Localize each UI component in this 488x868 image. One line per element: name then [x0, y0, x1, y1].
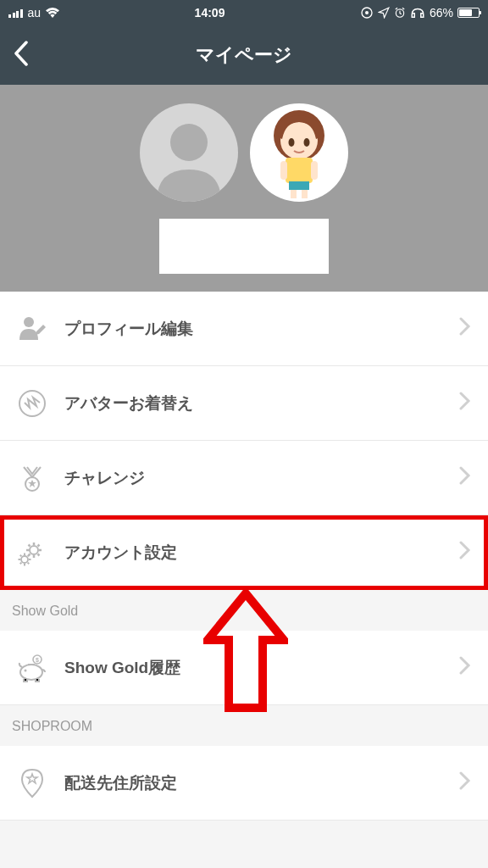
chevron-right-icon [459, 539, 471, 565]
menu-account-settings[interactable]: アカウント設定 [0, 515, 488, 590]
menu-profile-edit[interactable]: プロフィール編集 [0, 292, 488, 366]
menu-list: プロフィール編集 アバターお着替え チャレンジ アカウント設定 [0, 292, 488, 821]
svg-point-17 [30, 546, 38, 554]
privacy-icon [360, 6, 374, 19]
back-button[interactable] [14, 41, 29, 70]
battery-icon [458, 8, 480, 18]
menu-label: プロフィール編集 [64, 318, 442, 340]
status-left: au [8, 6, 59, 19]
settings-icon [17, 537, 47, 568]
menu-challenge[interactable]: チャレンジ [0, 441, 488, 515]
chevron-right-icon [459, 770, 471, 796]
headphones-icon [410, 7, 425, 19]
signal-icon [8, 8, 23, 18]
svg-rect-8 [286, 158, 313, 183]
menu-label: チャレンジ [64, 467, 442, 489]
menu-label: 配送先住所設定 [64, 772, 442, 794]
status-bar: au 14:09 66% [0, 0, 488, 25]
svg-point-18 [21, 556, 28, 563]
section-header-showgold: Show Gold [0, 590, 488, 631]
svg-point-7 [304, 138, 310, 147]
svg-point-6 [289, 138, 295, 147]
battery-percent: 66% [430, 6, 453, 19]
svg-rect-11 [311, 161, 318, 180]
chevron-right-icon [459, 654, 471, 681]
menu-label: Show Gold履歴 [64, 657, 442, 679]
page-title: マイページ [196, 42, 292, 68]
chevron-right-icon [459, 465, 471, 491]
location-icon [378, 7, 390, 19]
menu-avatar-change[interactable]: アバターお着替え [0, 366, 488, 441]
location-pin-icon [17, 768, 47, 798]
chevron-right-icon [459, 390, 471, 416]
svg-point-14 [24, 317, 34, 327]
section-header-shoproom: SHOPROOM [0, 705, 488, 746]
svg-rect-10 [280, 161, 287, 180]
svg-point-22 [25, 669, 27, 671]
menu-label: アカウント設定 [64, 542, 442, 564]
svg-rect-13 [302, 190, 308, 198]
wifi-icon [46, 8, 59, 18]
svg-rect-9 [289, 181, 309, 190]
avatar-change-icon [17, 388, 47, 419]
svg-point-1 [365, 11, 369, 14]
menu-label: アバターお着替え [64, 392, 442, 415]
profile-photo-avatar[interactable] [140, 103, 238, 202]
nav-bar: マイページ [0, 25, 488, 85]
clock: 14:09 [195, 6, 225, 19]
profile-area [0, 85, 488, 292]
svg-rect-12 [291, 190, 297, 198]
piggy-bank-icon: $ [17, 653, 47, 683]
status-right: 66% [360, 6, 480, 19]
avatar-row [140, 103, 348, 202]
svg-point-3 [170, 124, 208, 161]
svg-point-21 [20, 665, 42, 680]
alarm-icon [394, 7, 406, 19]
carrier-label: au [28, 6, 42, 19]
menu-address-settings[interactable]: 配送先住所設定 [0, 746, 488, 821]
username-label [159, 219, 329, 274]
character-avatar[interactable] [250, 103, 348, 202]
menu-showgold-history[interactable]: $ Show Gold履歴 [0, 631, 488, 705]
challenge-icon [17, 463, 47, 493]
chevron-right-icon [459, 315, 471, 342]
profile-edit-icon [17, 314, 47, 344]
svg-text:$: $ [36, 657, 39, 664]
